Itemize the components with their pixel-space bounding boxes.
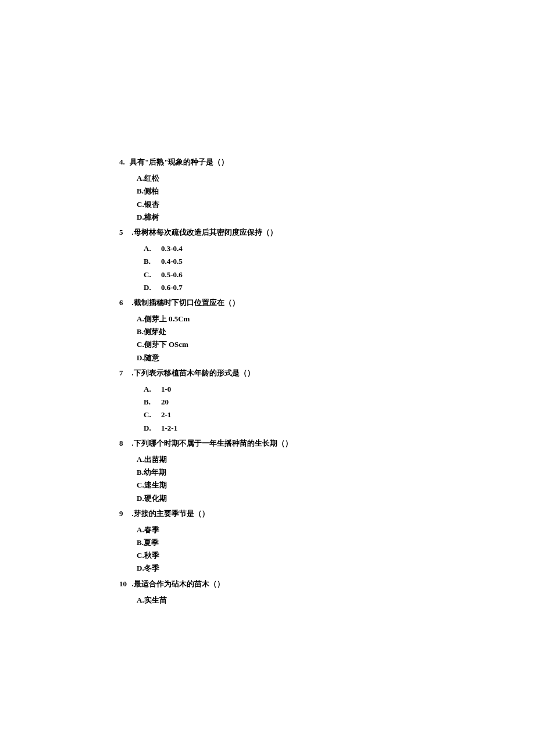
options-group: A.出苗期B.幼年期C.速生期D.硬化期 xyxy=(137,454,535,504)
option: B.侧芽处 xyxy=(137,327,535,337)
question-number: 7 xyxy=(119,368,130,378)
option: A.春季 xyxy=(137,525,535,535)
option: B.夏季 xyxy=(137,538,535,548)
option-text: 实生苗 xyxy=(144,596,167,604)
question-text: .下列哪个时期不属于一年生播种苗的生长期（） xyxy=(130,439,293,447)
option-letter: D. xyxy=(144,423,161,433)
option-letter: A. xyxy=(137,525,144,535)
question-stem: 7 .下列表示移植苗木年龄的形式是（） xyxy=(119,368,535,378)
question: 6 .截制插穗时下切口位置应在（）A.侧芽上 0.5CmB.侧芽处C.侧芽下 O… xyxy=(119,298,535,363)
option-letter: D. xyxy=(137,493,144,504)
option-letter: C. xyxy=(137,199,144,210)
option: A.出苗期 xyxy=(137,454,535,465)
question-text: .母树林每次疏伐改造后其密闭度应保持（） xyxy=(130,228,277,237)
option-text: 夏季 xyxy=(144,538,159,547)
option-letter: A. xyxy=(137,454,144,465)
option: D.樟树 xyxy=(137,212,535,223)
option: A.红松 xyxy=(137,173,535,184)
question-number: 9 xyxy=(119,508,130,519)
option-letter: C. xyxy=(144,410,161,420)
question-stem: 5 .母树林每次疏伐改造后其密闭度应保持（） xyxy=(119,227,535,238)
questions-list: 4.具有"后熟"现象的种子是（）A.红松B.侧柏C.银杏D.樟树5 .母树林每次… xyxy=(119,157,535,605)
option-text: 出苗期 xyxy=(144,455,167,464)
option: C.速生期 xyxy=(137,480,535,490)
option: B.幼年期 xyxy=(137,467,535,478)
option-text: 硬化期 xyxy=(144,494,167,503)
options-group: A.春季B.夏季C.秋季D.冬季 xyxy=(137,525,535,574)
options-group: A.红松B.侧柏C.银杏D.樟树 xyxy=(137,173,535,223)
question-stem: 10 .最适合作为砧木的苗木（） xyxy=(119,579,535,589)
question-text: .截制插穗时下切口位置应在（） xyxy=(130,298,240,307)
question-stem: 8 .下列哪个时期不属于一年生播种苗的生长期（） xyxy=(119,438,535,449)
option-letter: A. xyxy=(144,243,161,254)
option-text: 2-1 xyxy=(161,410,171,419)
option-letter: C. xyxy=(137,480,144,490)
option-text: 侧芽下 OScm xyxy=(144,340,188,349)
question-text: .下列表示移植苗木年龄的形式是（） xyxy=(130,368,255,377)
options-group: A.侧芽上 0.5CmB.侧芽处C.侧芽下 OScmD.随意 xyxy=(137,314,535,363)
question-stem: 6 .截制插穗时下切口位置应在（） xyxy=(119,298,535,308)
option: D.随意 xyxy=(137,353,535,363)
option: A.0.3-0.4 xyxy=(137,243,535,254)
option: B.0.4-0.5 xyxy=(137,256,535,267)
option-letter: B. xyxy=(137,467,144,478)
option-letter: D. xyxy=(137,353,144,363)
option-letter: C. xyxy=(137,550,144,561)
option-letter: D. xyxy=(137,212,144,223)
option: C.侧芽下 OScm xyxy=(137,339,535,350)
option-text: 0.4-0.5 xyxy=(161,257,183,266)
question: 7 .下列表示移植苗木年龄的形式是（）A.1-0B.20C.2-1D.1-2-1 xyxy=(119,368,535,433)
option-text: 樟树 xyxy=(144,213,159,221)
option-text: 20 xyxy=(161,397,169,406)
option-letter: A. xyxy=(137,314,144,324)
question-number: 6 xyxy=(119,298,130,308)
option-letter: B. xyxy=(137,538,144,548)
option: C.2-1 xyxy=(137,410,535,420)
question-number: 4. xyxy=(119,157,130,167)
option-text: 侧芽上 0.5Cm xyxy=(144,314,190,323)
question: 5 .母树林每次疏伐改造后其密闭度应保持（）A.0.3-0.4B.0.4-0.5… xyxy=(119,227,535,293)
option: B.侧柏 xyxy=(137,186,535,196)
option: A.侧芽上 0.5Cm xyxy=(137,314,535,324)
question-stem: 4.具有"后熟"现象的种子是（） xyxy=(119,157,535,167)
option-text: 速生期 xyxy=(144,481,167,489)
option: A.实生苗 xyxy=(137,595,535,605)
option-letter: D. xyxy=(144,282,161,293)
option: D.硬化期 xyxy=(137,493,535,504)
question-number: 8 xyxy=(119,438,130,449)
option-letter: A. xyxy=(137,173,144,184)
question: 10 .最适合作为砧木的苗木（）A.实生苗 xyxy=(119,579,535,605)
option-text: 秋季 xyxy=(144,551,159,560)
option-letter: B. xyxy=(137,186,144,196)
option-text: 0.5-0.6 xyxy=(161,270,183,279)
option-letter: B. xyxy=(144,397,161,407)
option-letter: C. xyxy=(137,339,144,350)
option-letter: A. xyxy=(137,595,144,605)
option: A.1-0 xyxy=(137,384,535,395)
question: 4.具有"后熟"现象的种子是（）A.红松B.侧柏C.银杏D.樟树 xyxy=(119,157,535,223)
exam-page: 4.具有"后熟"现象的种子是（）A.红松B.侧柏C.银杏D.樟树5 .母树林每次… xyxy=(0,0,535,756)
option-text: 冬季 xyxy=(144,564,159,572)
option-text: 银杏 xyxy=(144,200,159,209)
question: 8 .下列哪个时期不属于一年生播种苗的生长期（）A.出苗期B.幼年期C.速生期D… xyxy=(119,438,535,504)
option-text: 1-2-1 xyxy=(161,424,177,432)
question-text: .最适合作为砧木的苗木（） xyxy=(130,579,224,588)
option: B.20 xyxy=(137,397,535,407)
option: C.0.5-0.6 xyxy=(137,270,535,280)
option-text: 幼年期 xyxy=(144,468,166,476)
option: C.秋季 xyxy=(137,550,535,561)
option-letter: A. xyxy=(144,384,161,395)
question-text: 具有"后熟"现象的种子是（） xyxy=(130,157,229,166)
option-text: 随意 xyxy=(144,353,159,362)
options-group: A.0.3-0.4B.0.4-0.5C.0.5-0.6D.0.6-0.7 xyxy=(137,243,535,293)
option-text: 0.3-0.4 xyxy=(161,244,183,253)
option-text: 侧芽处 xyxy=(144,327,166,336)
options-group: A.实生苗 xyxy=(137,595,535,605)
option: D.1-2-1 xyxy=(137,423,535,433)
option: D.冬季 xyxy=(137,563,535,574)
option-text: 红松 xyxy=(144,174,159,182)
option-text: 0.6-0.7 xyxy=(161,283,183,292)
question-text: .芽接的主要季节是（） xyxy=(130,509,209,518)
question-number: 10 xyxy=(119,579,130,589)
option-text: 侧柏 xyxy=(144,187,159,195)
